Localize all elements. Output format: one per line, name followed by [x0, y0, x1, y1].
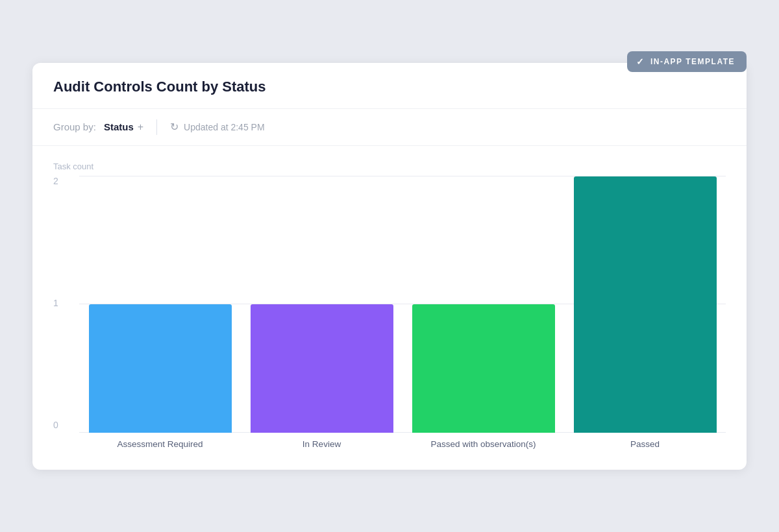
group-by-label: Group by:: [53, 121, 96, 132]
bar: [251, 304, 393, 433]
bars-row: [79, 176, 726, 433]
x-label: Passed: [571, 439, 719, 449]
chart-area: Task count 210 Assessment RequiredIn Rev…: [32, 146, 747, 470]
bar: [412, 304, 555, 433]
chart-inner: Assessment RequiredIn ReviewPassed with …: [79, 176, 726, 449]
y-tick: 1: [53, 298, 58, 308]
bar-group: [409, 176, 558, 433]
bar: [89, 304, 232, 433]
toolbar-divider: [156, 119, 157, 135]
page-wrapper: ✓ IN-APP TEMPLATE Audit Controls Count b…: [32, 63, 747, 470]
card-toolbar: Group by: Status + ↻ Updated at 2:45 PM: [32, 109, 747, 146]
gridlines-bars: [79, 176, 726, 433]
bar-group: [86, 176, 234, 433]
bar-group: [247, 176, 396, 433]
y-axis-label: Task count: [53, 162, 726, 171]
refresh-icon: ↻: [170, 121, 179, 133]
x-label: In Review: [247, 439, 396, 449]
x-labels-row: Assessment RequiredIn ReviewPassed with …: [79, 433, 726, 449]
x-label: Assessment Required: [86, 439, 234, 449]
y-axis: 210: [53, 176, 65, 429]
template-badge: ✓ IN-APP TEMPLATE: [627, 51, 747, 72]
y-tick: 0: [53, 420, 58, 429]
bar: [574, 176, 717, 433]
bar-group: [571, 176, 719, 433]
group-by-value[interactable]: Status +: [104, 121, 143, 133]
add-group-icon[interactable]: +: [138, 121, 143, 133]
chart-container: 210 Assessment RequiredIn ReviewPassed w…: [53, 176, 726, 449]
card-title: Audit Controls Count by Status: [53, 79, 726, 95]
y-tick: 2: [53, 176, 58, 186]
refresh-area[interactable]: ↻ Updated at 2:45 PM: [170, 121, 265, 133]
check-icon: ✓: [636, 56, 645, 67]
group-by-text: Status: [104, 121, 134, 132]
badge-label: IN-APP TEMPLATE: [650, 57, 735, 66]
updated-text: Updated at 2:45 PM: [184, 122, 265, 132]
x-label: Passed with observation(s): [409, 439, 558, 449]
main-card: Audit Controls Count by Status Group by:…: [32, 63, 747, 470]
